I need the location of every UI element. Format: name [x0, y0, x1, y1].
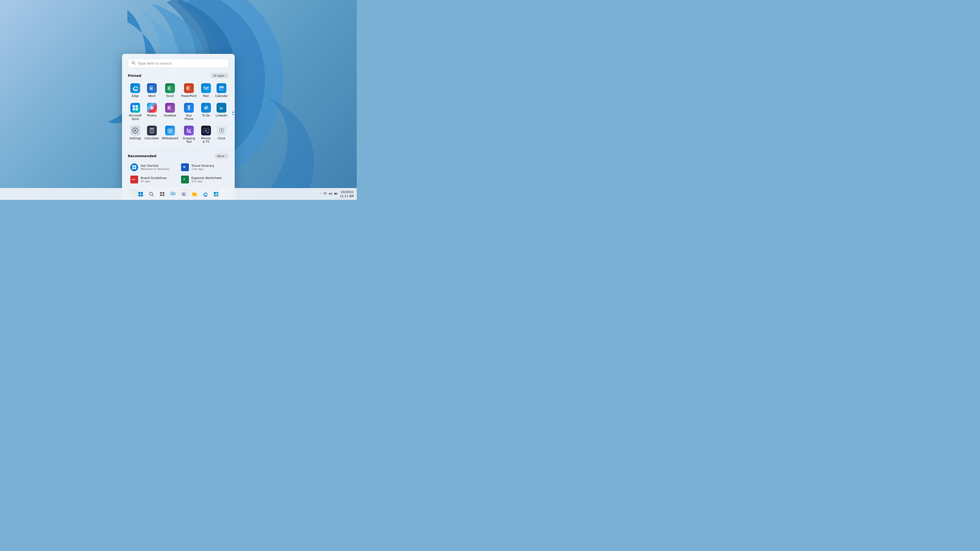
- travel-name: Travel Itinerary: [191, 164, 215, 167]
- taskbar-teams[interactable]: [179, 189, 189, 199]
- app-word[interactable]: W Word: [143, 81, 160, 100]
- pagination-dots: [232, 112, 234, 115]
- taskbar-widgets[interactable]: [168, 189, 178, 199]
- brand-time: 2h ago: [141, 180, 167, 183]
- more-button[interactable]: More ›: [215, 153, 229, 159]
- app-calculator[interactable]: Calculator: [143, 124, 160, 146]
- all-apps-chevron: ›: [225, 74, 226, 78]
- wifi-icon: [323, 192, 327, 196]
- pinned-title: Pinned: [128, 74, 142, 78]
- start-button[interactable]: [136, 189, 146, 199]
- svg-text:PDF: PDF: [132, 179, 135, 181]
- snipping-tool-label: Snipping Tool: [181, 137, 196, 144]
- photos-label: Photos: [147, 114, 157, 118]
- search-bar[interactable]: Type here to search: [128, 59, 229, 68]
- get-started-name: Get Started: [141, 164, 169, 167]
- get-started-subtitle: Welcome to Windows: [141, 167, 169, 171]
- get-started-icon: [130, 164, 138, 171]
- svg-text:in: in: [220, 106, 223, 110]
- svg-point-34: [153, 132, 153, 132]
- app-excel[interactable]: X Excel: [161, 81, 179, 100]
- app-snipping-tool[interactable]: Snipping Tool: [180, 124, 197, 146]
- app-settings[interactable]: Settings: [128, 124, 143, 146]
- app-linkedin[interactable]: in LinkedIn: [214, 101, 229, 123]
- svg-line-1: [134, 64, 135, 65]
- whiteboard-label: Whiteboard: [162, 137, 178, 140]
- excel-icon: X: [165, 83, 175, 93]
- recommended-header: Recommended More ›: [128, 153, 229, 159]
- svg-point-29: [150, 130, 151, 131]
- svg-line-38: [190, 132, 191, 133]
- rec-item-brand[interactable]: PDF Brand Guidelines 2h ago: [128, 174, 178, 186]
- app-onenote[interactable]: N OneNote: [161, 101, 179, 123]
- calendar-label: Calendar: [215, 95, 228, 98]
- all-apps-button[interactable]: All apps ›: [210, 73, 229, 78]
- svg-text:X: X: [168, 87, 170, 90]
- taskbar-right: ^: [320, 190, 357, 198]
- dot-2: [232, 114, 234, 115]
- mail-icon: [201, 83, 211, 93]
- taskbar-task-view[interactable]: [157, 189, 167, 199]
- linkedin-label: LinkedIn: [216, 114, 228, 118]
- app-edge[interactable]: Edge: [128, 81, 143, 100]
- system-tray: ^: [320, 192, 338, 196]
- travel-text: Travel Itinerary 17m ago: [191, 164, 215, 171]
- app-calendar[interactable]: 20 Calendar: [214, 81, 229, 100]
- rec-item-travel[interactable]: W Travel Itinerary 17m ago: [178, 161, 229, 173]
- all-apps-label: All apps: [213, 74, 224, 78]
- travel-time: 17m ago: [191, 167, 215, 171]
- svg-text:W: W: [183, 166, 186, 168]
- rec-item-expense[interactable]: X Expense Worksheet 12h ago: [178, 174, 229, 186]
- svg-rect-62: [138, 194, 140, 196]
- onenote-icon: N: [165, 103, 175, 113]
- word-label: Word: [148, 95, 156, 98]
- taskbar-edge[interactable]: [200, 189, 210, 199]
- edge-label: Edge: [132, 95, 139, 98]
- svg-point-74: [183, 192, 185, 194]
- todo-icon: [201, 103, 211, 113]
- app-mail[interactable]: Mail: [199, 81, 213, 100]
- word-icon: W: [147, 83, 157, 93]
- svg-point-46: [221, 130, 222, 131]
- svg-rect-22: [188, 105, 190, 109]
- clock-widget[interactable]: 10/20/21 11:11 AM: [340, 190, 354, 198]
- svg-rect-79: [214, 194, 216, 196]
- app-microsoft-store[interactable]: Microsoft Store: [128, 101, 143, 123]
- svg-rect-16: [132, 108, 135, 110]
- app-powerpoint[interactable]: P PowerPoint: [180, 81, 197, 100]
- svg-point-64: [150, 192, 153, 195]
- system-tray-chevron[interactable]: ^: [320, 193, 322, 195]
- todo-label: To Do: [202, 114, 210, 118]
- svg-rect-8: [204, 86, 209, 90]
- more-label: More: [217, 154, 224, 158]
- taskbar-search[interactable]: [146, 189, 156, 199]
- app-your-phone[interactable]: Your Phone: [180, 101, 197, 123]
- recommended-title: Recommended: [128, 154, 156, 158]
- powerpoint-label: PowerPoint: [181, 95, 196, 98]
- volume-icon: [329, 192, 332, 196]
- calculator-label: Calculator: [145, 137, 159, 140]
- taskbar-file-explorer[interactable]: [189, 189, 199, 199]
- taskbar: ^: [0, 188, 357, 200]
- brand-text: Brand Guidelines 2h ago: [141, 176, 167, 183]
- travel-icon: W: [181, 164, 189, 171]
- svg-text:N: N: [168, 106, 170, 110]
- svg-rect-17: [135, 108, 138, 110]
- clock-time: 11:11 AM: [340, 194, 354, 198]
- rec-item-get-started[interactable]: Get Started Welcome to Windows: [128, 161, 178, 173]
- app-whiteboard[interactable]: Whiteboard: [161, 124, 179, 146]
- svg-rect-69: [162, 194, 164, 196]
- svg-point-75: [185, 192, 186, 194]
- svg-rect-47: [132, 165, 134, 167]
- calendar-icon: 20: [216, 83, 226, 93]
- app-photos[interactable]: Photos: [143, 101, 160, 123]
- clock-label: Clock: [218, 137, 225, 140]
- taskbar-store[interactable]: [211, 189, 221, 199]
- app-movies-tv[interactable]: Movies & TV: [199, 124, 213, 146]
- app-todo[interactable]: To Do: [199, 101, 213, 123]
- svg-rect-71: [173, 193, 175, 195]
- mail-label: Mail: [203, 95, 209, 98]
- svg-point-76: [181, 192, 183, 194]
- app-clock[interactable]: Clock: [214, 124, 229, 146]
- svg-marker-82: [329, 192, 330, 195]
